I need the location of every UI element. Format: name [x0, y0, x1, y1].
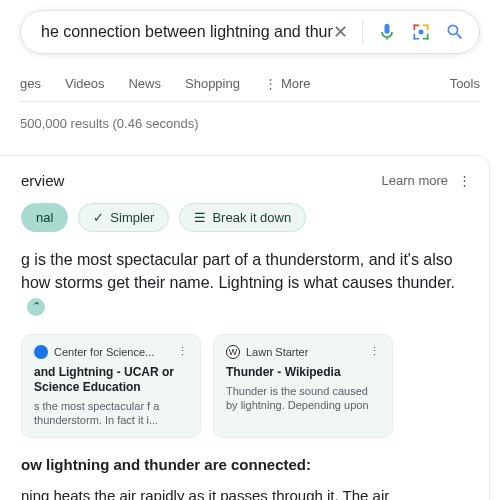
list-icon: ☰: [194, 210, 206, 225]
source-card[interactable]: Center for Science... ⋮ and Lightning - …: [21, 334, 201, 438]
tab-images[interactable]: ges: [20, 76, 41, 91]
ai-summary: g is the most spectacular part of a thun…: [21, 248, 471, 318]
search-input[interactable]: [41, 23, 333, 41]
source-cards: Center for Science... ⋮ and Lightning - …: [21, 334, 471, 438]
check-icon: ✓: [93, 210, 104, 225]
source-snippet: s the most spectacular f a thunderstorm.…: [34, 399, 188, 427]
ai-overview-card: erview Learn more ⋮ nal ✓ Simpler ☰ Brea…: [0, 155, 490, 500]
svg-rect-7: [427, 34, 429, 40]
tab-videos[interactable]: Videos: [65, 76, 105, 91]
chip-original[interactable]: nal: [21, 203, 68, 232]
overflow-icon[interactable]: ⋮: [177, 345, 188, 358]
overflow-icon[interactable]: ⋮: [369, 345, 380, 358]
overflow-icon[interactable]: ⋮: [458, 173, 471, 188]
bullet-item: ning heats the air rapidly as it passes …: [21, 485, 471, 500]
favicon-icon: W: [226, 345, 240, 359]
source-snippet: Thunder is the sound caused by lightning…: [226, 384, 380, 412]
search-bar[interactable]: ✕: [20, 10, 480, 54]
chip-simpler[interactable]: ✓ Simpler: [78, 203, 169, 232]
tools-link[interactable]: Tools: [450, 76, 480, 91]
divider: [362, 20, 363, 44]
ai-bullets: ning heats the air rapidly as it passes …: [21, 485, 471, 500]
collapse-icon[interactable]: ⌃: [27, 298, 45, 316]
source-title: and Lightning - UCAR or Science Educatio…: [34, 365, 188, 395]
ai-subhead: ow lightning and thunder are connected:: [21, 456, 471, 473]
svg-rect-1: [414, 25, 416, 31]
search-tabs: ges Videos News Shopping ⋮ More Tools: [20, 76, 480, 102]
ai-chips: nal ✓ Simpler ☰ Break it down: [21, 203, 471, 232]
tab-more[interactable]: ⋮ More: [264, 76, 311, 91]
clear-icon[interactable]: ✕: [333, 21, 348, 43]
learn-more-link[interactable]: Learn more: [382, 173, 448, 188]
lens-icon[interactable]: [411, 22, 431, 42]
svg-rect-5: [414, 34, 416, 40]
tab-news[interactable]: News: [128, 76, 161, 91]
chip-breakdown[interactable]: ☰ Break it down: [179, 203, 306, 232]
tab-shopping[interactable]: Shopping: [185, 76, 240, 91]
mic-icon[interactable]: [377, 22, 397, 42]
svg-rect-3: [427, 25, 429, 31]
svg-point-8: [419, 30, 424, 35]
ai-overview-title: erview: [21, 172, 64, 189]
result-stats: 500,000 results (0.46 seconds): [20, 116, 480, 131]
more-dots-icon: ⋮: [264, 76, 277, 91]
favicon-icon: [34, 345, 48, 359]
search-icon[interactable]: [445, 22, 465, 42]
source-title: Thunder - Wikipedia: [226, 365, 380, 380]
source-card[interactable]: WLawn Starter ⋮ Thunder - Wikipedia Thun…: [213, 334, 393, 438]
